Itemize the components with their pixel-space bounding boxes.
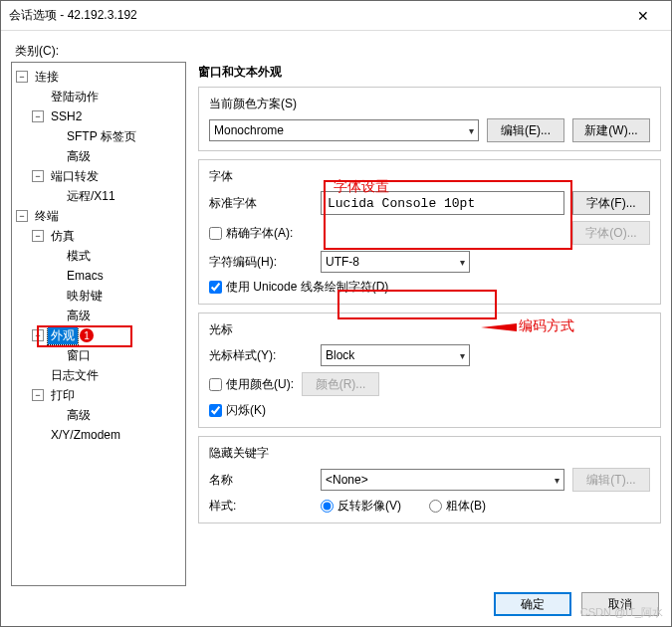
kw-edit-button: 编辑(T)... bbox=[572, 468, 650, 492]
tree-portfwd[interactable]: −端口转发 bbox=[32, 166, 185, 186]
use-color-checkbox[interactable]: 使用颜色(U): bbox=[209, 376, 294, 393]
tree-ssh2[interactable]: −SSH2 bbox=[32, 106, 185, 126]
kw-name-combo[interactable]: <None> bbox=[321, 469, 564, 491]
tree-login[interactable]: 登陆动作 bbox=[32, 87, 185, 106]
tree-adv2[interactable]: 高级 bbox=[48, 306, 185, 325]
font-display: Lucida Console 10pt bbox=[321, 191, 564, 215]
collapse-icon[interactable]: − bbox=[32, 389, 44, 401]
collapse-icon[interactable]: − bbox=[32, 110, 44, 122]
font-button-2: 字体(O)... bbox=[572, 221, 650, 245]
tree-xyzmodem[interactable]: X/Y/Zmodem bbox=[32, 425, 185, 445]
cursor-style-label: 光标样式(Y): bbox=[209, 347, 313, 364]
collapse-icon[interactable]: − bbox=[32, 170, 44, 182]
encoding-label: 字符编码(H): bbox=[209, 254, 313, 271]
tree-remote[interactable]: 远程/X11 bbox=[48, 186, 185, 206]
collapse-icon[interactable]: − bbox=[32, 329, 44, 341]
scheme-label: 当前颜色方案(S) bbox=[209, 96, 650, 112]
close-icon: ✕ bbox=[637, 8, 649, 24]
settings-panel: 窗口和文本外观 当前颜色方案(S) Monochrome 编辑(E)... 新建… bbox=[198, 62, 661, 586]
font-fieldset: 字体 标准字体 Lucida Console 10pt 字体(F)... 精确字… bbox=[198, 159, 661, 305]
color-button: 颜色(R)... bbox=[302, 372, 379, 396]
category-tree[interactable]: −连接 登陆动作 −SSH2 SFTP 标签页 高级 bbox=[11, 62, 186, 586]
collapse-icon[interactable]: − bbox=[32, 230, 44, 242]
tree-sftp[interactable]: SFTP 标签页 bbox=[48, 126, 185, 146]
scheme-new-button[interactable]: 新建(W)... bbox=[572, 118, 650, 142]
font-legend: 字体 bbox=[209, 168, 650, 185]
tree-print[interactable]: −打印 bbox=[32, 385, 185, 405]
scheme-fieldset: 当前颜色方案(S) Monochrome 编辑(E)... 新建(W)... bbox=[198, 87, 661, 151]
ok-button[interactable]: 确定 bbox=[494, 592, 571, 616]
keywords-legend: 隐藏关键字 bbox=[209, 445, 650, 462]
cursor-legend: 光标 bbox=[209, 321, 650, 338]
scheme-combo[interactable]: Monochrome bbox=[209, 119, 479, 141]
annotation-marker: 1 bbox=[80, 328, 94, 342]
dialog-buttons: 确定 取消 bbox=[11, 586, 661, 616]
tree-appearance[interactable]: −外观1 bbox=[32, 325, 185, 345]
bold-radio[interactable]: 粗体(B) bbox=[429, 498, 486, 515]
close-button[interactable]: ✕ bbox=[623, 2, 663, 30]
scheme-edit-button[interactable]: 编辑(E)... bbox=[487, 118, 564, 142]
blink-checkbox[interactable]: 闪烁(K) bbox=[209, 402, 266, 419]
dialog-window: 会话选项 - 42.192.3.192 ✕ 类别(C): −连接 登陆动作 −S… bbox=[0, 0, 672, 627]
dialog-body: 类别(C): −连接 登陆动作 −SSH2 SFTP 标签页 高级 bbox=[1, 31, 671, 626]
tree-emulation[interactable]: −仿真 bbox=[32, 226, 185, 246]
window-title: 会话选项 - 42.192.3.192 bbox=[9, 7, 623, 24]
tree-mode[interactable]: 模式 bbox=[48, 246, 185, 266]
collapse-icon[interactable]: − bbox=[16, 71, 28, 83]
collapse-icon[interactable]: − bbox=[16, 210, 28, 222]
cursor-fieldset: 光标 光标样式(Y): Block 使用颜色(U): 颜色(R)... 闪烁(K… bbox=[198, 313, 661, 428]
category-label: 类别(C): bbox=[15, 43, 661, 60]
tree-mapkeys[interactable]: 映射键 bbox=[48, 286, 185, 306]
tree-terminal[interactable]: −终端 bbox=[16, 206, 185, 226]
precise-font-checkbox[interactable]: 精确字体(A): bbox=[209, 225, 293, 242]
tree-adv1[interactable]: 高级 bbox=[48, 146, 185, 166]
kw-name-label: 名称 bbox=[209, 472, 313, 489]
tree-window[interactable]: 窗口 bbox=[48, 345, 185, 365]
unicode-lines-checkbox[interactable]: 使用 Unicode 线条绘制字符(D) bbox=[209, 279, 388, 296]
tree-emacs[interactable]: Emacs bbox=[48, 266, 185, 286]
kw-style-label: 样式: bbox=[209, 498, 313, 515]
titlebar: 会话选项 - 42.192.3.192 ✕ bbox=[1, 1, 671, 31]
invert-radio[interactable]: 反转影像(V) bbox=[321, 498, 401, 515]
cancel-button[interactable]: 取消 bbox=[581, 592, 659, 616]
tree-connection[interactable]: −连接 bbox=[16, 67, 185, 87]
tree-adv3[interactable]: 高级 bbox=[48, 405, 185, 425]
encoding-combo[interactable]: UTF-8 bbox=[321, 251, 470, 273]
tree-logfiles[interactable]: 日志文件 bbox=[32, 365, 185, 385]
keywords-fieldset: 隐藏关键字 名称 <None> 编辑(T)... 样式: 反转影像(V) 粗体(… bbox=[198, 436, 661, 523]
font-button[interactable]: 字体(F)... bbox=[572, 191, 650, 215]
panel-title: 窗口和文本外观 bbox=[198, 64, 661, 81]
font-label: 标准字体 bbox=[209, 195, 313, 212]
cursor-style-combo[interactable]: Block bbox=[321, 344, 470, 366]
